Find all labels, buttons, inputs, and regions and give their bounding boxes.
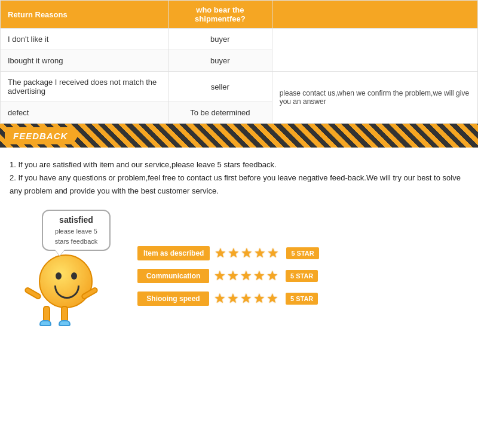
rating-label: Communication	[137, 269, 209, 283]
emoji-area: satisfied please leave 5 stars feedback	[6, 210, 125, 320]
feedback-text: 1. If you are satisfied with item and ou…	[0, 148, 478, 204]
star-icon: ★	[214, 291, 226, 306]
rating-row: Item as described★★★★★5 STAR	[137, 246, 468, 261]
note-cell	[272, 29, 477, 72]
speech-bubble: satisfied please leave 5 stars feedback	[42, 210, 111, 251]
smiley-shoe-left	[39, 320, 51, 326]
rating-row: Communication★★★★★5 STAR	[137, 268, 468, 284]
feedback-banner: FEEDBACK	[0, 124, 478, 148]
stars: ★★★★★	[214, 291, 278, 306]
return-reasons-table: Return Reasons who bear the shipmentfee?…	[0, 0, 478, 124]
rating-badge: 5 STAR	[286, 247, 318, 259]
star-icon: ★	[241, 246, 253, 261]
star-icon: ★	[267, 246, 279, 261]
reason-cell: The package I received does not match th…	[1, 72, 168, 102]
star-icon: ★	[253, 268, 265, 284]
speech-bubble-satisfied: satisfied	[49, 214, 103, 226]
feedback-label: FEEDBACK	[5, 127, 78, 145]
stars: ★★★★★	[215, 246, 279, 261]
rating-label: Item as described	[137, 246, 210, 260]
star-icon: ★	[240, 291, 252, 306]
smiley-shoe-right	[59, 320, 71, 326]
ratings-area: Item as described★★★★★5 STARCommunicatio…	[137, 210, 468, 306]
feedback-line2: 2. If you have any questions or problem,…	[10, 171, 468, 198]
rating-label: Shiooing speed	[137, 291, 209, 306]
star-icon: ★	[253, 291, 265, 306]
stars: ★★★★★	[214, 268, 278, 284]
reason-cell: Ibought it wrong	[1, 50, 168, 72]
smiley-smile	[54, 286, 79, 299]
star-icon: ★	[227, 291, 239, 306]
reason-cell: I don't like it	[1, 29, 168, 50]
feedback-bottom: satisfied please leave 5 stars feedback …	[0, 204, 478, 332]
star-icon: ★	[215, 246, 226, 261]
table-header-note	[272, 1, 477, 29]
rating-badge: 5 STAR	[286, 270, 318, 282]
star-icon: ★	[266, 268, 278, 284]
reason-cell: defect	[1, 102, 168, 124]
bearer-cell: buyer	[168, 50, 272, 72]
star-icon: ★	[254, 246, 266, 261]
rating-badge: 5 STAR	[286, 293, 318, 305]
feedback-line1: 1. If you are satisfied with item and ou…	[10, 158, 468, 171]
rating-row: Shiooing speed★★★★★5 STAR	[137, 291, 468, 306]
smiley-character	[30, 248, 102, 320]
bearer-cell: buyer	[168, 29, 272, 50]
bearer-cell: seller	[168, 72, 272, 102]
star-icon: ★	[227, 268, 239, 284]
table-row: The package I received does not match th…	[1, 72, 478, 102]
table-header-reason: Return Reasons	[1, 1, 168, 29]
star-icon: ★	[214, 268, 226, 284]
smiley-eye-left	[56, 272, 62, 280]
table-header-bearer: who bear the shipmentfee?	[168, 1, 272, 29]
star-icon: ★	[228, 246, 240, 261]
speech-bubble-sub: please leave 5 stars feedback	[55, 228, 98, 245]
note-cell: please contact us,when we confirm the pr…	[272, 72, 477, 124]
star-icon: ★	[240, 268, 252, 284]
bearer-cell: To be determined	[168, 102, 272, 124]
star-icon: ★	[266, 291, 278, 306]
smiley-body	[39, 254, 93, 308]
smiley-eye-right	[71, 272, 77, 280]
table-row: I don't like it buyer	[1, 29, 478, 50]
